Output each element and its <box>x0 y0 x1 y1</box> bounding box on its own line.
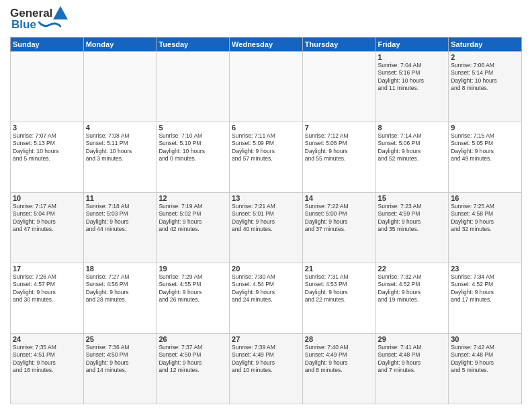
calendar-cell: 22Sunrise: 7:32 AM Sunset: 4:52 PM Dayli… <box>375 263 449 334</box>
day-number: 25 <box>86 335 154 343</box>
day-number: 5 <box>159 124 227 132</box>
weekday-header: Tuesday <box>157 38 230 52</box>
day-info: Sunrise: 7:18 AM Sunset: 5:03 PM Dayligh… <box>86 203 154 234</box>
day-info: Sunrise: 7:30 AM Sunset: 4:54 PM Dayligh… <box>232 273 300 304</box>
day-info: Sunrise: 7:23 AM Sunset: 4:59 PM Dayligh… <box>378 203 447 234</box>
calendar-cell: 16Sunrise: 7:25 AM Sunset: 4:58 PM Dayli… <box>449 193 522 263</box>
day-info: Sunrise: 7:22 AM Sunset: 5:00 PM Dayligh… <box>305 203 373 234</box>
day-number: 23 <box>451 265 519 273</box>
day-info: Sunrise: 7:42 AM Sunset: 4:48 PM Dayligh… <box>451 344 519 375</box>
day-info: Sunrise: 7:17 AM Sunset: 5:04 PM Dayligh… <box>13 203 81 234</box>
day-info: Sunrise: 7:12 AM Sunset: 5:08 PM Dayligh… <box>305 132 373 163</box>
calendar-cell: 20Sunrise: 7:30 AM Sunset: 4:54 PM Dayli… <box>230 263 303 334</box>
day-info: Sunrise: 7:31 AM Sunset: 4:53 PM Dayligh… <box>305 273 373 304</box>
weekday-header: Wednesday <box>230 38 303 52</box>
day-number: 24 <box>13 335 81 343</box>
day-info: Sunrise: 7:27 AM Sunset: 4:56 PM Dayligh… <box>86 273 154 304</box>
day-number: 11 <box>86 194 154 202</box>
day-number: 1 <box>378 53 447 61</box>
calendar-cell: 6Sunrise: 7:11 AM Sunset: 5:09 PM Daylig… <box>230 122 303 193</box>
day-number: 21 <box>305 265 373 273</box>
page: General Blue SundayMondayTuesdayWednesda… <box>0 0 532 411</box>
calendar-cell: 5Sunrise: 7:10 AM Sunset: 5:10 PM Daylig… <box>157 122 230 193</box>
day-number: 28 <box>305 335 373 343</box>
day-info: Sunrise: 7:25 AM Sunset: 4:58 PM Dayligh… <box>451 203 519 234</box>
calendar-cell: 2Sunrise: 7:06 AM Sunset: 5:14 PM Daylig… <box>449 52 522 122</box>
calendar-cell <box>83 52 157 122</box>
day-number: 13 <box>232 194 300 202</box>
day-info: Sunrise: 7:35 AM Sunset: 4:51 PM Dayligh… <box>13 344 81 375</box>
day-number: 17 <box>13 265 81 273</box>
day-number: 29 <box>378 335 447 343</box>
day-number: 27 <box>232 335 300 343</box>
calendar-cell: 23Sunrise: 7:34 AM Sunset: 4:52 PM Dayli… <box>449 263 522 334</box>
calendar-cell: 24Sunrise: 7:35 AM Sunset: 4:51 PM Dayli… <box>11 334 84 404</box>
calendar-cell: 8Sunrise: 7:14 AM Sunset: 5:06 PM Daylig… <box>375 122 449 193</box>
calendar-cell <box>11 52 84 122</box>
day-info: Sunrise: 7:37 AM Sunset: 4:50 PM Dayligh… <box>159 344 227 375</box>
day-info: Sunrise: 7:15 AM Sunset: 5:05 PM Dayligh… <box>451 132 519 163</box>
calendar-cell <box>157 52 230 122</box>
day-info: Sunrise: 7:19 AM Sunset: 5:02 PM Dayligh… <box>159 203 227 234</box>
calendar-week-row: 24Sunrise: 7:35 AM Sunset: 4:51 PM Dayli… <box>11 334 522 404</box>
day-number: 26 <box>159 335 227 343</box>
svg-marker-0 <box>53 6 68 19</box>
weekday-header: Monday <box>83 38 157 52</box>
calendar-week-row: 10Sunrise: 7:17 AM Sunset: 5:04 PM Dayli… <box>11 193 522 263</box>
day-number: 30 <box>451 335 519 343</box>
calendar-cell: 19Sunrise: 7:29 AM Sunset: 4:55 PM Dayli… <box>157 263 230 334</box>
day-number: 10 <box>13 194 81 202</box>
calendar-week-row: 3Sunrise: 7:07 AM Sunset: 5:13 PM Daylig… <box>11 122 522 193</box>
calendar-cell: 26Sunrise: 7:37 AM Sunset: 4:50 PM Dayli… <box>157 334 230 404</box>
day-number: 16 <box>451 194 519 202</box>
logo: General Blue <box>10 7 68 32</box>
day-info: Sunrise: 7:39 AM Sunset: 4:49 PM Dayligh… <box>232 344 300 375</box>
calendar-cell: 13Sunrise: 7:21 AM Sunset: 5:01 PM Dayli… <box>230 193 303 263</box>
day-number: 14 <box>305 194 373 202</box>
day-number: 12 <box>159 194 227 202</box>
day-info: Sunrise: 7:14 AM Sunset: 5:06 PM Dayligh… <box>378 132 447 163</box>
calendar-cell: 29Sunrise: 7:41 AM Sunset: 4:48 PM Dayli… <box>375 334 449 404</box>
day-info: Sunrise: 7:07 AM Sunset: 5:13 PM Dayligh… <box>13 132 81 163</box>
day-info: Sunrise: 7:34 AM Sunset: 4:52 PM Dayligh… <box>451 273 519 304</box>
day-number: 15 <box>378 194 447 202</box>
calendar-cell: 27Sunrise: 7:39 AM Sunset: 4:49 PM Dayli… <box>230 334 303 404</box>
weekday-header: Thursday <box>302 38 375 52</box>
header: General Blue <box>10 7 522 32</box>
day-info: Sunrise: 7:41 AM Sunset: 4:48 PM Dayligh… <box>378 344 447 375</box>
calendar-cell: 17Sunrise: 7:26 AM Sunset: 4:57 PM Dayli… <box>11 263 84 334</box>
day-info: Sunrise: 7:26 AM Sunset: 4:57 PM Dayligh… <box>13 273 81 304</box>
day-info: Sunrise: 7:08 AM Sunset: 5:11 PM Dayligh… <box>86 132 154 163</box>
calendar-cell: 11Sunrise: 7:18 AM Sunset: 5:03 PM Dayli… <box>83 193 157 263</box>
day-number: 3 <box>13 124 81 132</box>
day-info: Sunrise: 7:40 AM Sunset: 4:49 PM Dayligh… <box>305 344 373 375</box>
day-info: Sunrise: 7:32 AM Sunset: 4:52 PM Dayligh… <box>378 273 447 304</box>
day-number: 6 <box>232 124 300 132</box>
calendar-cell: 1Sunrise: 7:04 AM Sunset: 5:16 PM Daylig… <box>375 52 449 122</box>
day-number: 2 <box>451 53 519 61</box>
day-number: 4 <box>86 124 154 132</box>
calendar-cell: 4Sunrise: 7:08 AM Sunset: 5:11 PM Daylig… <box>83 122 157 193</box>
day-number: 20 <box>232 265 300 273</box>
day-info: Sunrise: 7:21 AM Sunset: 5:01 PM Dayligh… <box>232 203 300 234</box>
day-number: 7 <box>305 124 373 132</box>
calendar-table: SundayMondayTuesdayWednesdayThursdayFrid… <box>10 37 522 404</box>
calendar-cell: 21Sunrise: 7:31 AM Sunset: 4:53 PM Dayli… <box>302 263 375 334</box>
calendar-cell: 25Sunrise: 7:36 AM Sunset: 4:50 PM Dayli… <box>83 334 157 404</box>
day-number: 19 <box>159 265 227 273</box>
day-info: Sunrise: 7:10 AM Sunset: 5:10 PM Dayligh… <box>159 132 227 163</box>
calendar-cell: 10Sunrise: 7:17 AM Sunset: 5:04 PM Dayli… <box>11 193 84 263</box>
logo-wave-icon <box>38 21 61 28</box>
day-number: 8 <box>378 124 447 132</box>
calendar-cell: 15Sunrise: 7:23 AM Sunset: 4:59 PM Dayli… <box>375 193 449 263</box>
calendar-cell: 12Sunrise: 7:19 AM Sunset: 5:02 PM Dayli… <box>157 193 230 263</box>
calendar-cell: 30Sunrise: 7:42 AM Sunset: 4:48 PM Dayli… <box>449 334 522 404</box>
logo-arrow-icon <box>53 6 68 19</box>
day-info: Sunrise: 7:11 AM Sunset: 5:09 PM Dayligh… <box>232 132 300 163</box>
weekday-header: Friday <box>375 38 449 52</box>
calendar-cell: 7Sunrise: 7:12 AM Sunset: 5:08 PM Daylig… <box>302 122 375 193</box>
logo-blue: Blue <box>11 18 36 32</box>
calendar-cell <box>302 52 375 122</box>
calendar-cell: 9Sunrise: 7:15 AM Sunset: 5:05 PM Daylig… <box>449 122 522 193</box>
calendar-cell: 3Sunrise: 7:07 AM Sunset: 5:13 PM Daylig… <box>11 122 84 193</box>
